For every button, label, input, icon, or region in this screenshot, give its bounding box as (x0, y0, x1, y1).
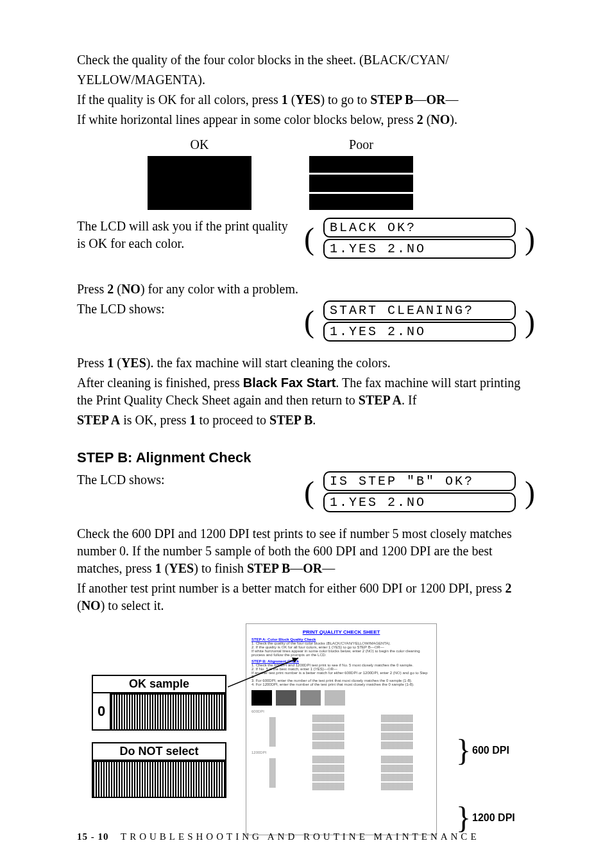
lcd-shows-2: The LCD shows: (77, 471, 295, 489)
brace-left-icon: ( (304, 308, 314, 336)
press-2-no: Press 2 (NO) for any color with a proble… (77, 281, 535, 298)
sheet-b3: If another test print number is a better… (251, 671, 431, 679)
lcd2-line1: START CLEANING? (323, 300, 516, 320)
sheet-a3: If white horizontal lines appear in some… (251, 649, 431, 657)
lcd-shows-1: The LCD shows: (77, 300, 295, 318)
footer-title: TROUBLESHOOTING AND ROUTINE MAINTENANCE (121, 831, 480, 842)
sample-zero: 0 (93, 693, 111, 729)
lcd1-line2: 1.YES 2.NO (323, 239, 516, 259)
stripes-icon (93, 761, 225, 797)
lcd3-line2: 1.YES 2.NO (323, 492, 516, 512)
check-dpi: Check the 600 DPI and 1200 DPI test prin… (77, 525, 535, 577)
brace-left-icon: ( (304, 225, 314, 253)
1200-dpi-label: }1200 DPI (456, 800, 520, 835)
poor-label: Poor (309, 137, 413, 152)
ok-block (148, 156, 251, 210)
quality-samples: OK Poor (148, 137, 535, 210)
lcd3-line1: IS STEP "B" OK? (323, 471, 516, 491)
check-dpi-2: If another test print number is a better… (77, 580, 535, 614)
step-a-ok: STEP A is OK, press 1 to proceed to STEP… (77, 412, 535, 429)
after-cleaning: After cleaning is finished, press Black … (77, 374, 535, 409)
brace-right-icon: ) (525, 308, 535, 336)
lcd2-line2: 1.YES 2.NO (323, 322, 516, 342)
lcd1-line1: BLACK OK? (323, 218, 516, 238)
brace-right-icon: ) (525, 225, 535, 253)
press-1-yes: Press 1 (YES). the fax machine will star… (77, 354, 535, 372)
step-b-heading: STEP B: Alignment Check (77, 449, 535, 466)
stripes-icon (111, 693, 225, 729)
page-number: 15 - 10 (77, 831, 109, 842)
page-footer: 15 - 10 TROUBLESHOOTING AND ROUTINE MAIN… (77, 831, 480, 842)
intro-line-1b: YELLOW/MAGENTA). (77, 71, 535, 89)
ok-sample-panel: OK sample 0 (92, 675, 226, 731)
intro-line-2: If the quality is OK for all colors, pre… (77, 91, 535, 108)
four-color-blocks (251, 690, 431, 706)
do-not-caption: Do NOT select (93, 743, 225, 761)
sheet-title: PRINT QUALITY CHECK SHEET (251, 629, 431, 635)
ok-label: OK (148, 137, 251, 152)
lcd-display-2: START CLEANING? 1.YES 2.NO (323, 300, 516, 343)
sheet-b5: 4. For 1200DPI, enter the number of the … (251, 682, 431, 686)
ok-sample-caption: OK sample (93, 676, 225, 693)
print-quality-sheet: PRINT QUALITY CHECK SHEET STEP A: Color … (246, 623, 437, 835)
intro-line-3: If white horizontal lines appear in some… (77, 111, 535, 128)
lcd-intro-text: The LCD will ask you if the print qualit… (77, 218, 295, 252)
alignment-diagram: OK sample 0 Do NOT select PRINT QUALITY … (77, 623, 535, 835)
do-not-select-panel: Do NOT select (92, 742, 226, 798)
intro-line-1: Check the quality of the four color bloc… (77, 51, 535, 69)
lcd-display-3: IS STEP "B" OK? 1.YES 2.NO (323, 471, 516, 514)
lcd-display-1: BLACK OK? 1.YES 2.NO (323, 218, 516, 260)
600-dpi-label: }600 DPI (456, 733, 520, 768)
brace-right-icon: ) (525, 478, 535, 507)
poor-block (309, 156, 413, 210)
brace-left-icon: ( (304, 478, 314, 507)
